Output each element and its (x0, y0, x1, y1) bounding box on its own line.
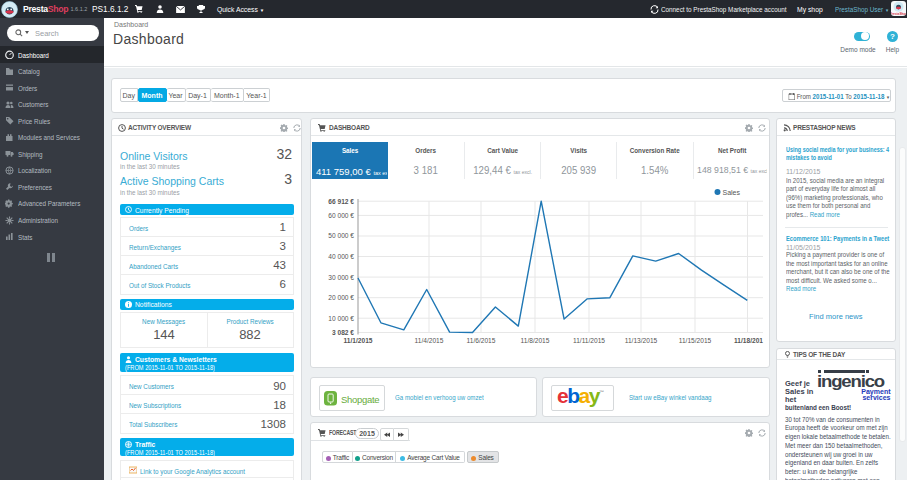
svg-text:11/13/2015: 11/13/2015 (625, 337, 658, 344)
svg-text:60 000 €: 60 000 € (328, 212, 354, 219)
svg-text:10 000 €: 10 000 € (328, 315, 354, 322)
svg-text:66 912 €: 66 912 € (328, 198, 354, 205)
svg-text:Sales: Sales (723, 189, 741, 196)
svg-text:3 082 €: 3 082 € (332, 329, 354, 336)
svg-text:20 000 €: 20 000 € (328, 294, 354, 301)
svg-text:PrestaShop: PrestaShop (891, 12, 906, 16)
svg-text:11/15/2015: 11/15/2015 (679, 337, 712, 344)
svg-text:11/1/2015: 11/1/2015 (344, 337, 373, 344)
svg-text:30 000 €: 30 000 € (328, 274, 354, 281)
svg-text:11/8/2015: 11/8/2015 (521, 337, 550, 344)
svg-text:11/6/2015: 11/6/2015 (467, 337, 496, 344)
svg-text:50 000 €: 50 000 € (328, 232, 354, 239)
svg-text:11/11/2015: 11/11/2015 (573, 337, 605, 344)
svg-text:40 000 €: 40 000 € (328, 253, 354, 260)
svg-text:11/18/201: 11/18/201 (734, 337, 763, 344)
svg-text:11/4/2015: 11/4/2015 (415, 337, 444, 344)
